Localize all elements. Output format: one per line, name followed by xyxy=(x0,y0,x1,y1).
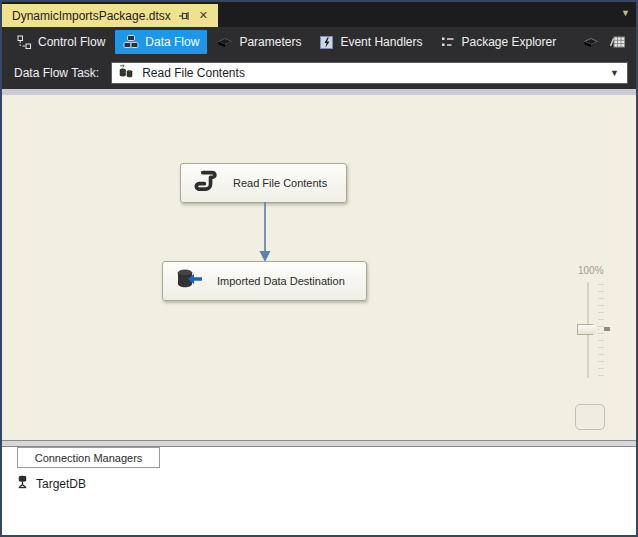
document-tab-bar: DynamicImportsPackage.dtsx ✕ ▼ xyxy=(2,2,636,27)
designer-view-tab-bar: Control Flow Data Flow xyxy=(2,27,636,57)
package-parameters-icon[interactable] xyxy=(583,34,599,50)
zoom-slider-center-mark xyxy=(604,327,610,331)
data-flow-task-row: Data Flow Task: Read File Contents ▼ xyxy=(2,57,636,89)
script-component-icon xyxy=(193,168,219,198)
data-flow-task-icon xyxy=(118,63,134,83)
connection-manager-name: TargetDB xyxy=(36,477,86,491)
pin-icon[interactable] xyxy=(178,10,190,22)
connection-managers-header: Connection Managers xyxy=(2,447,636,468)
component-label: Read File Contents xyxy=(233,177,327,189)
data-flow-task-dropdown[interactable]: Read File Contents ▼ xyxy=(111,62,628,84)
document-tab[interactable]: DynamicImportsPackage.dtsx ✕ xyxy=(2,4,218,27)
connection-manager-icon xyxy=(16,474,29,493)
tab-data-flow[interactable]: Data Flow xyxy=(115,30,207,54)
zoom-level-label: 100% xyxy=(574,265,614,276)
zoom-slider[interactable] xyxy=(574,282,614,378)
tab-label: Package Explorer xyxy=(461,35,556,49)
data-flow-design-surface[interactable]: Read File Contents Imported Data Destina… xyxy=(2,95,636,440)
data-flow-task-label: Data Flow Task: xyxy=(14,66,99,80)
connection-managers-splitter[interactable] xyxy=(2,440,636,447)
control-flow-icon xyxy=(17,35,32,50)
document-tab-title: DynamicImportsPackage.dtsx xyxy=(12,9,171,23)
connection-manager-targetdb[interactable]: TargetDB xyxy=(12,472,636,495)
tab-label: Parameters xyxy=(239,35,301,49)
component-read-file-contents[interactable]: Read File Contents xyxy=(180,163,347,203)
close-icon[interactable]: ✕ xyxy=(197,9,210,22)
connection-managers-panel: Connection Managers TargetDB xyxy=(2,447,636,535)
ssis-designer-window: DynamicImportsPackage.dtsx ✕ ▼ Con xyxy=(0,0,638,537)
data-flow-icon xyxy=(123,34,139,50)
event-handlers-icon xyxy=(319,35,334,50)
variables-grid-icon[interactable] xyxy=(609,34,626,50)
tab-label: Control Flow xyxy=(38,35,105,49)
zoom-slider-thumb[interactable] xyxy=(577,324,599,335)
component-label: Imported Data Destination xyxy=(217,275,345,287)
connection-managers-tab[interactable]: Connection Managers xyxy=(17,447,160,468)
tab-label: Data Flow xyxy=(145,35,199,49)
data-flow-task-value: Read File Contents xyxy=(142,66,602,80)
dropdown-caret-icon[interactable]: ▼ xyxy=(610,68,621,78)
tab-label: Event Handlers xyxy=(340,35,422,49)
precedence-arrow[interactable] xyxy=(257,202,273,264)
zoom-fit-button[interactable] xyxy=(575,404,605,430)
tab-overflow-caret-icon[interactable]: ▼ xyxy=(621,8,630,18)
connection-managers-list: TargetDB xyxy=(2,468,636,535)
tab-parameters[interactable]: Parameters xyxy=(209,30,309,54)
zoom-control: 100% xyxy=(574,265,614,430)
tab-control-flow[interactable]: Control Flow xyxy=(9,31,113,54)
package-explorer-icon xyxy=(440,35,455,50)
tab-package-explorer[interactable]: Package Explorer xyxy=(432,31,564,54)
database-destination-icon xyxy=(175,266,203,296)
tab-event-handlers[interactable]: Event Handlers xyxy=(311,31,430,54)
toolbar-right-icons xyxy=(583,34,636,50)
parameters-icon xyxy=(217,34,233,50)
component-imported-data-destination[interactable]: Imported Data Destination xyxy=(162,261,367,301)
